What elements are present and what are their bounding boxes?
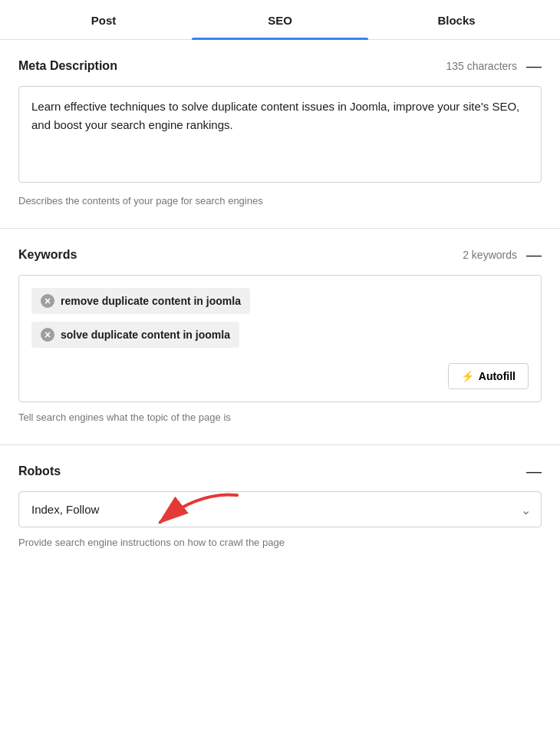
keywords-header: Keywords 2 keywords — <box>18 247 542 263</box>
robots-title: Robots <box>18 464 61 478</box>
keywords-title: Keywords <box>18 248 77 262</box>
keywords-count: 2 keywords <box>463 249 517 261</box>
keyword-tag-1: remove duplicate content in joomla <box>31 288 250 314</box>
tab-post[interactable]: Post <box>15 0 192 39</box>
keywords-collapse[interactable]: — <box>526 247 542 263</box>
autofill-button[interactable]: ⚡ Autofill <box>448 363 529 389</box>
tab-blocks[interactable]: Blocks <box>368 0 545 39</box>
autofill-row: ⚡ Autofill <box>31 363 529 389</box>
tab-seo[interactable]: SEO <box>192 0 368 39</box>
robots-hint: Provide search engine instructions on ho… <box>18 537 542 548</box>
robots-header: Robots — <box>18 464 542 479</box>
meta-description-hint: Describes the contents of your page for … <box>18 195 542 207</box>
meta-description-char-count: 135 characters <box>446 60 517 72</box>
robots-section: Robots — Index, Follow Index, No Follow … <box>0 445 560 570</box>
keyword-label-2: solve duplicate content in joomla <box>61 329 230 341</box>
robots-meta: — <box>526 464 542 479</box>
robots-select-wrapper: Index, Follow Index, No Follow No Index,… <box>18 491 542 527</box>
meta-description-meta: 135 characters — <box>446 58 542 74</box>
keywords-hint: Tell search engines what the topic of th… <box>18 411 542 423</box>
bolt-icon: ⚡ <box>461 370 474 382</box>
meta-description-title: Meta Description <box>18 59 117 73</box>
tab-bar: Post SEO Blocks <box>0 0 560 40</box>
autofill-label: Autofill <box>479 370 516 382</box>
keyword-remove-2[interactable] <box>41 328 54 342</box>
keywords-meta: 2 keywords — <box>463 247 542 263</box>
meta-description-input[interactable]: Learn effective techniques to solve dupl… <box>18 86 542 183</box>
meta-description-header: Meta Description 135 characters — <box>18 58 542 74</box>
list-item: remove duplicate content in joomla <box>31 288 529 322</box>
keywords-section: Keywords 2 keywords — remove duplicate c… <box>0 229 560 445</box>
robots-select[interactable]: Index, Follow Index, No Follow No Index,… <box>18 491 542 527</box>
keyword-remove-1[interactable] <box>41 294 54 308</box>
meta-description-section: Meta Description 135 characters — Learn … <box>0 40 560 229</box>
keywords-box: remove duplicate content in joomla solve… <box>18 275 542 402</box>
meta-description-collapse[interactable]: — <box>526 58 542 74</box>
robots-collapse[interactable]: — <box>526 464 542 479</box>
keyword-label-1: remove duplicate content in joomla <box>61 295 241 307</box>
list-item: solve duplicate content in joomla <box>31 322 529 355</box>
keyword-tag-2: solve duplicate content in joomla <box>31 322 239 348</box>
robots-select-container: Index, Follow Index, No Follow No Index,… <box>18 491 542 527</box>
